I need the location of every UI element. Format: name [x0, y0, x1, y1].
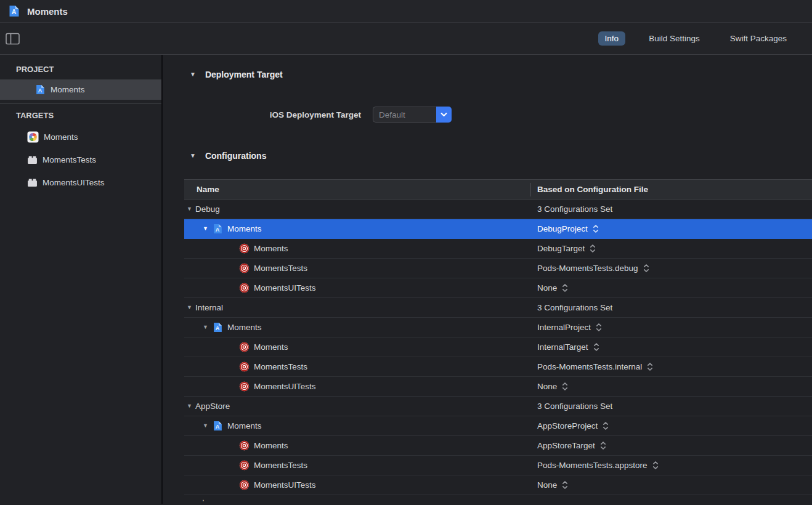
based-on-config-popup[interactable]: Pods-MomentsTests.debug — [531, 264, 649, 273]
stepper-icon[interactable] — [562, 480, 568, 490]
target-icon — [239, 342, 250, 352]
based-on-config-popup[interactable]: None — [531, 480, 568, 490]
window-titlebar: A Moments — [0, 0, 812, 23]
add-configuration-button[interactable]: + — [199, 495, 208, 501]
stepper-icon[interactable] — [562, 283, 568, 293]
column-header-based-on: Based on Configuration File — [531, 185, 648, 194]
based-on-config-popup[interactable]: AppStoreTarget — [531, 441, 606, 450]
tab-info[interactable]: Info — [598, 31, 626, 46]
based-on-config-popup[interactable]: Pods-MomentsTests.internal — [531, 362, 653, 371]
stepper-icon[interactable] — [600, 441, 606, 450]
disclosure-triangle-icon[interactable]: ▼ — [190, 153, 196, 159]
disclosure-triangle-icon[interactable]: ▼ — [187, 403, 192, 409]
config-row-momentstests[interactable]: MomentsTestsPods-MomentsTests.internal — [184, 357, 812, 377]
config-row-moments[interactable]: MomentsAppStoreTarget — [184, 436, 812, 456]
config-row-momentstests[interactable]: MomentsTestsPods-MomentsTests.debug — [184, 259, 812, 278]
sidebar-item-label: MomentsTests — [43, 155, 96, 164]
project-document-icon: A — [35, 84, 46, 95]
sidebar-target-momentstests[interactable]: MomentsTests — [0, 148, 161, 171]
based-on-config-popup[interactable]: None — [531, 382, 568, 391]
based-on-config-popup[interactable]: DebugTarget — [531, 244, 596, 253]
config-value-label: AppStoreProject — [537, 421, 598, 430]
based-on-config-popup[interactable]: Pods-MomentsTests.appstore — [531, 461, 659, 470]
deployment-target-section-header[interactable]: ▼ Deployment Target — [190, 70, 812, 79]
column-header-name: Name — [184, 185, 530, 194]
stepper-icon[interactable] — [593, 342, 599, 352]
tab-swift-packages[interactable]: Swift Packages — [723, 31, 794, 46]
config-row-momentstests[interactable]: MomentsTestsPods-MomentsTests.appstore — [184, 456, 812, 475]
stepper-icon[interactable] — [647, 362, 653, 371]
tab-build-settings[interactable]: Build Settings — [642, 31, 707, 46]
info-editor-content: ▼ Deployment Target iOS Deployment Targe… — [163, 55, 812, 504]
disclosure-triangle-icon[interactable]: ▼ — [190, 71, 196, 78]
test-bundle-icon — [27, 177, 38, 188]
config-name-label: Moments — [227, 323, 262, 332]
config-row-momentsuitests[interactable]: MomentsUITestsNone — [184, 475, 812, 495]
table-footer: + — [184, 495, 812, 501]
config-name-cell: ▼Debug — [184, 204, 531, 214]
config-name-cell: MomentsTests — [184, 362, 531, 372]
config-value-label: DebugProject — [537, 224, 588, 233]
sidebar-toggle-button[interactable] — [6, 31, 24, 47]
stepper-icon[interactable] — [593, 224, 599, 233]
config-row-appstore[interactable]: ▼AppStore3 Configurations Set — [184, 397, 812, 416]
stepper-icon[interactable] — [562, 382, 568, 391]
sidebar-target-momentsuitests[interactable]: MomentsUITests — [0, 171, 161, 194]
project-list: AMoments — [0, 79, 161, 100]
svg-text:A: A — [216, 424, 220, 430]
target-icon — [239, 480, 250, 490]
target-icon — [239, 440, 250, 451]
project-document-icon: A — [8, 5, 20, 17]
section-title: Deployment Target — [205, 70, 283, 79]
disclosure-triangle-icon[interactable]: ▼ — [203, 423, 208, 429]
based-on-config-popup[interactable]: InternalTarget — [531, 342, 599, 352]
stepper-icon[interactable] — [643, 264, 649, 273]
based-on-config-popup[interactable]: DebugProject — [531, 224, 599, 233]
disclosure-triangle-icon[interactable]: ▼ — [187, 305, 192, 310]
config-name-cell: Moments — [184, 243, 531, 254]
based-on-config-popup[interactable]: AppStoreProject — [531, 421, 609, 430]
config-row-moments[interactable]: ▼AMomentsInternalProject — [184, 318, 812, 337]
config-name-cell: MomentsUITests — [184, 283, 531, 293]
config-name-cell: MomentsUITests — [184, 480, 531, 490]
target-icon — [239, 460, 250, 471]
config-row-moments[interactable]: ▼AMomentsDebugProject — [184, 219, 812, 239]
config-row-moments[interactable]: MomentsInternalTarget — [184, 337, 812, 357]
selected-value: Default — [373, 107, 436, 123]
config-value-label: 3 Configurations Set — [537, 402, 612, 411]
sidebar-divider — [0, 103, 161, 104]
configurations-section-header[interactable]: ▼ Configurations — [190, 151, 812, 161]
config-row-momentsuitests[interactable]: MomentsUITestsNone — [184, 278, 812, 298]
stepper-icon[interactable] — [590, 244, 596, 253]
based-on-config-popup[interactable]: InternalProject — [531, 323, 602, 332]
stepper-icon[interactable] — [596, 323, 602, 332]
config-row-moments[interactable]: MomentsDebugTarget — [184, 239, 812, 259]
sidebar-target-moments[interactable]: Moments — [0, 126, 161, 148]
config-name-label: Moments — [254, 244, 288, 253]
config-name-label: Moments — [254, 342, 288, 352]
config-row-moments[interactable]: ▼AMomentsAppStoreProject — [184, 416, 812, 436]
disclosure-triangle-icon[interactable]: ▼ — [203, 325, 208, 330]
config-name-label: MomentsUITests — [254, 480, 316, 490]
stepper-icon[interactable] — [603, 421, 609, 430]
target-icon — [239, 381, 250, 392]
stepper-icon[interactable] — [652, 461, 659, 470]
config-name-label: MomentsUITests — [254, 283, 316, 293]
based-on-config-popup[interactable]: None — [531, 283, 568, 293]
disclosure-triangle-icon[interactable]: ▼ — [203, 226, 208, 232]
config-name-label: MomentsTests — [254, 362, 307, 371]
config-row-internal[interactable]: ▼Internal3 Configurations Set — [184, 298, 812, 318]
config-row-momentsuitests[interactable]: MomentsUITestsNone — [184, 377, 812, 397]
disclosure-triangle-icon[interactable]: ▼ — [187, 206, 192, 212]
config-value-label: None — [537, 283, 557, 293]
config-summary: 3 Configurations Set — [531, 204, 612, 214]
ios-deployment-target-select[interactable]: Default — [373, 107, 452, 123]
project-document-icon: A — [213, 224, 223, 234]
config-value-label: Pods-MomentsTests.debug — [537, 264, 638, 273]
sidebar-item-label: Moments — [44, 132, 78, 142]
sidebar-project-moments[interactable]: AMoments — [0, 79, 161, 100]
config-row-debug[interactable]: ▼Debug3 Configurations Set — [184, 200, 812, 219]
chevron-down-icon — [436, 107, 452, 123]
config-value-label: DebugTarget — [537, 244, 585, 253]
config-name-cell: ▼Internal — [184, 303, 531, 312]
